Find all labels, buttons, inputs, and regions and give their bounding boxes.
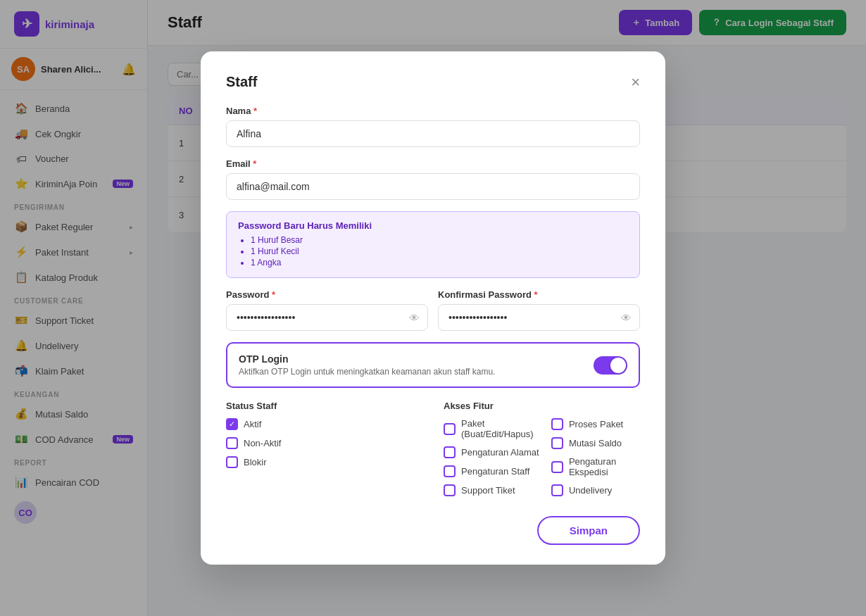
toggle-knob — [610, 358, 626, 373]
password-hint-box: Password Baru Harus Memiliki 1 Huruf Bes… — [226, 211, 640, 278]
modal-close-button[interactable]: × — [631, 75, 640, 90]
cb-undelivery[interactable] — [551, 484, 563, 496]
simpan-button[interactable]: Simpan — [537, 516, 640, 545]
akses-support: Support Tiket — [444, 484, 540, 496]
akses-proses: Proses Paket — [551, 418, 640, 430]
otp-box: OTP Login Aktifkan OTP Login untuk menin… — [226, 342, 640, 388]
checkbox-nonaktif[interactable] — [226, 437, 238, 449]
hint-item: 1 Angka — [251, 258, 628, 268]
nama-input[interactable] — [226, 120, 640, 147]
status-section: Status Staff Aktif Non-Aktif Blokir — [226, 401, 422, 503]
akses-paket: Paket (Buat/Edit/Hapus) — [444, 418, 540, 439]
status-blokir-label: Blokir — [244, 457, 267, 467]
email-label: Email * — [226, 158, 640, 169]
password-hint-list: 1 Huruf Besar 1 Huruf Kecil 1 Angka — [238, 235, 628, 268]
akses-ekspedisi: Pengaturan Ekspedisi — [551, 456, 640, 477]
password-hint-title: Password Baru Harus Memiliki — [238, 220, 628, 231]
nama-field-group: Nama * — [226, 106, 640, 147]
akses-undelivery: Undelivery — [551, 484, 640, 496]
akses-col1: Paket (Buat/Edit/Hapus) Pengaturan Alama… — [444, 418, 540, 503]
otp-title: OTP Login — [239, 353, 495, 365]
hint-item: 1 Huruf Besar — [251, 235, 628, 245]
otp-info: OTP Login Aktifkan OTP Login untuk menin… — [239, 353, 495, 377]
akses-title: Akses Fitur — [444, 401, 640, 411]
staff-modal: Staff × Nama * Email * Password Baru Har… — [201, 51, 665, 565]
cb-staff[interactable] — [444, 465, 456, 477]
password-input-wrap: 👁 — [226, 304, 428, 331]
status-nonaktif-label: Non-Aktif — [244, 438, 281, 448]
hint-item: 1 Huruf Kecil — [251, 246, 628, 256]
akses-col2: Proses Paket Mutasi Saldo Pengaturan Eks… — [551, 418, 640, 503]
cb-mutasi[interactable] — [551, 437, 563, 449]
status-aktif-label: Aktif — [244, 419, 261, 429]
status-akses-row: Status Staff Aktif Non-Aktif Blokir Akse… — [226, 401, 640, 503]
modal-footer: Simpan — [226, 516, 640, 545]
akses-columns: Paket (Buat/Edit/Hapus) Pengaturan Alama… — [444, 418, 640, 503]
checkbox-aktif[interactable] — [226, 418, 238, 430]
status-title: Status Staff — [226, 401, 422, 411]
konfirmasi-toggle-button[interactable]: 👁 — [621, 312, 632, 324]
status-nonaktif: Non-Aktif — [226, 437, 422, 449]
konfirmasi-field-group: Konfirmasi Password * 👁 — [438, 289, 640, 331]
status-aktif: Aktif — [226, 418, 422, 430]
password-label: Password * — [226, 289, 428, 300]
checkbox-blokir[interactable] — [226, 456, 238, 468]
password-field-group: Password * 👁 — [226, 289, 428, 331]
email-input[interactable] — [226, 173, 640, 200]
otp-desc: Aktifkan OTP Login untuk meningkatkan ke… — [239, 367, 495, 377]
password-toggle-button[interactable]: 👁 — [409, 312, 420, 324]
password-input[interactable] — [226, 304, 428, 331]
akses-section: Akses Fitur Paket (Buat/Edit/Hapus) Peng… — [444, 401, 640, 503]
akses-staff: Pengaturan Staff — [444, 465, 540, 477]
konfirmasi-label: Konfirmasi Password * — [438, 289, 640, 300]
cb-proses[interactable] — [551, 418, 563, 430]
password-row: Password * 👁 Konfirmasi Password * 👁 — [226, 289, 640, 331]
akses-mutasi: Mutasi Saldo — [551, 437, 640, 449]
modal-title: Staff — [226, 74, 257, 90]
konfirmasi-input-wrap: 👁 — [438, 304, 640, 331]
nama-label: Nama * — [226, 106, 640, 116]
akses-alamat: Pengaturan Alamat — [444, 446, 540, 458]
cb-alamat[interactable] — [444, 446, 456, 458]
cb-paket[interactable] — [444, 423, 456, 435]
email-field-group: Email * — [226, 158, 640, 200]
modal-header: Staff × — [226, 74, 640, 90]
cb-ekspedisi[interactable] — [551, 461, 563, 473]
cb-support[interactable] — [444, 484, 456, 496]
status-blokir: Blokir — [226, 456, 422, 468]
konfirmasi-input[interactable] — [438, 304, 640, 331]
otp-toggle[interactable] — [594, 356, 627, 375]
modal-overlay[interactable]: Staff × Nama * Email * Password Baru Har… — [0, 0, 866, 616]
